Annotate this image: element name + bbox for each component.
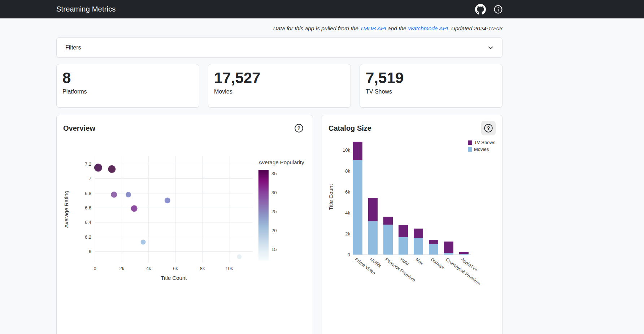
stat-label-tv-shows: TV Shows: [366, 88, 496, 95]
y-tick-label: 6.4: [85, 220, 91, 225]
bar-tvshows-Hulu[interactable]: [399, 225, 408, 237]
bar-movies-Prime Video[interactable]: [353, 160, 362, 255]
question-circle-icon: ?: [294, 123, 304, 133]
stat-card-movies: 17,527 Movies: [208, 64, 351, 108]
legend-swatch-TV Shows: [468, 140, 472, 145]
stat-value-tv-shows: 7,519: [366, 69, 496, 87]
x-tick-label: 6k: [173, 266, 178, 271]
bar-tvshows-Netflix[interactable]: [368, 198, 378, 221]
scatter-point-Hulu[interactable]: [131, 205, 138, 212]
scatter-point-Max[interactable]: [126, 192, 131, 198]
x-tick-label: 4k: [146, 266, 151, 271]
x-tick-label: 8k: [200, 266, 205, 271]
bar-movies-Crunchyroll Premium[interactable]: [444, 253, 453, 255]
catalog-size-card: Catalog Size ? 02k4k6k8k10kPrime VideoNe…: [322, 115, 502, 334]
github-link[interactable]: [475, 4, 486, 15]
bar-movies-Netflix[interactable]: [368, 221, 378, 255]
catalog-bar-chart[interactable]: 02k4k6k8k10kPrime VideoNetflixPeacock Pr…: [322, 139, 499, 309]
x-category-label: Disney+: [430, 257, 446, 271]
top-navbar: Streaming Metrics: [0, 0, 644, 18]
colorbar-tick-label: 30: [271, 190, 277, 195]
charts-row: Overview ? 02k4k6k8k10k66.26.46.66.877.2…: [56, 115, 502, 334]
overview-help-button[interactable]: ?: [292, 121, 306, 135]
y-axis-title: Average Rating: [63, 191, 69, 228]
attribution-text: and the: [386, 25, 408, 31]
y-tick-label: 7.2: [85, 161, 91, 167]
legend-label-TV Shows[interactable]: TV Shows: [474, 140, 496, 145]
bar-movies-AppleTV+[interactable]: [459, 254, 469, 255]
colorbar-tick-label: 35: [271, 171, 277, 176]
colorbar-tick-label: 25: [271, 209, 277, 214]
scatter-point-Disney+[interactable]: [111, 192, 117, 198]
stat-value-movies: 17,527: [214, 69, 345, 87]
bar-tvshows-Prime Video[interactable]: [353, 142, 362, 160]
scatter-point-Netflix[interactable]: [165, 198, 170, 203]
scatter-point-Peacock Premium[interactable]: [141, 239, 146, 244]
tmdb-api-link[interactable]: TMDB API: [360, 25, 386, 31]
y-tick-label: 6: [89, 249, 91, 254]
app-title: Streaming Metrics: [56, 5, 116, 13]
scatter-point-AppleTV+[interactable]: [94, 164, 102, 172]
catalog-title: Catalog Size: [328, 124, 371, 133]
filters-label: Filters: [65, 44, 81, 51]
attribution-text: . Updated 2024-10-03: [448, 25, 502, 31]
y-axis-title: Title Count: [328, 184, 334, 210]
info-link[interactable]: [494, 5, 502, 14]
stat-label-movies: Movies: [214, 88, 345, 95]
scatter-point-Prime Video[interactable]: [237, 254, 242, 259]
watchmode-api-link[interactable]: Watchmode API: [408, 25, 448, 31]
bar-movies-Hulu[interactable]: [399, 237, 408, 255]
catalog-header: Catalog Size ?: [322, 115, 502, 139]
bar-tvshows-AppleTV+[interactable]: [459, 252, 469, 254]
attribution: Data for this app is pulled from the TMD…: [56, 18, 502, 32]
x-category-label: Max: [414, 257, 425, 266]
y-tick-label: 6.2: [85, 234, 91, 240]
colorbar-tick-label: 20: [271, 228, 277, 233]
bar-movies-Disney+[interactable]: [429, 244, 438, 255]
filters-accordion[interactable]: Filters: [56, 37, 502, 58]
navbar-inner: Streaming Metrics: [56, 4, 502, 15]
y-tick-label: 6.6: [85, 205, 91, 211]
legend-swatch-Movies: [468, 147, 472, 152]
colorbar-title: Average Popularity: [258, 159, 304, 165]
y-tick-label: 6k: [345, 189, 350, 195]
bar-movies-Max[interactable]: [414, 238, 423, 255]
colorbar-tick-label: 15: [271, 247, 277, 252]
y-tick-label: 7: [89, 176, 91, 181]
legend-label-Movies[interactable]: Movies: [474, 147, 489, 152]
overview-card: Overview ? 02k4k6k8k10k66.26.46.66.877.2…: [56, 115, 313, 334]
stat-card-tv-shows: 7,519 TV Shows: [360, 64, 502, 108]
x-tick-label: 2k: [119, 266, 125, 271]
scatter-point-Crunchyroll Premium[interactable]: [108, 165, 116, 173]
bar-tvshows-Crunchyroll Premium[interactable]: [444, 242, 453, 253]
stat-card-platforms: 8 Platforms: [56, 64, 199, 108]
attribution-text: Data for this app is pulled from the: [273, 25, 360, 31]
y-tick-label: 6.8: [85, 191, 91, 196]
x-axis-title: Title Count: [161, 275, 187, 281]
stat-label-platforms: Platforms: [62, 88, 193, 95]
overview-header: Overview ?: [57, 115, 313, 139]
stat-value-platforms: 8: [62, 69, 193, 87]
x-tick-label: 10k: [225, 266, 233, 271]
github-icon: [475, 4, 486, 15]
bar-tvshows-Max[interactable]: [414, 229, 423, 238]
stats-row: 8 Platforms 17,527 Movies 7,519 TV Shows: [56, 64, 502, 108]
y-tick-label: 8k: [345, 168, 350, 174]
info-circle-icon: [494, 5, 502, 14]
bar-tvshows-Peacock Premium[interactable]: [383, 217, 393, 225]
x-category-label: Hulu: [399, 257, 410, 266]
overview-scatter-chart[interactable]: 02k4k6k8k10k66.26.46.66.877.2Title Count…: [57, 139, 308, 294]
x-tick-label: 0: [93, 266, 96, 271]
y-tick-label: 0: [348, 252, 350, 257]
main-content: Data for this app is pulled from the TMD…: [56, 18, 502, 334]
chevron-down-icon: [488, 45, 493, 51]
y-tick-label: 2k: [345, 231, 350, 237]
x-category-label: Netflix: [369, 257, 382, 269]
bar-tvshows-Disney+[interactable]: [429, 240, 438, 244]
bar-movies-Peacock Premium[interactable]: [383, 225, 393, 255]
catalog-help-button[interactable]: ?: [481, 121, 496, 135]
popularity-colorbar: [258, 170, 269, 261]
question-circle-icon: ?: [484, 123, 493, 133]
svg-text:?: ?: [487, 125, 490, 131]
navbar-icons: [475, 4, 502, 15]
